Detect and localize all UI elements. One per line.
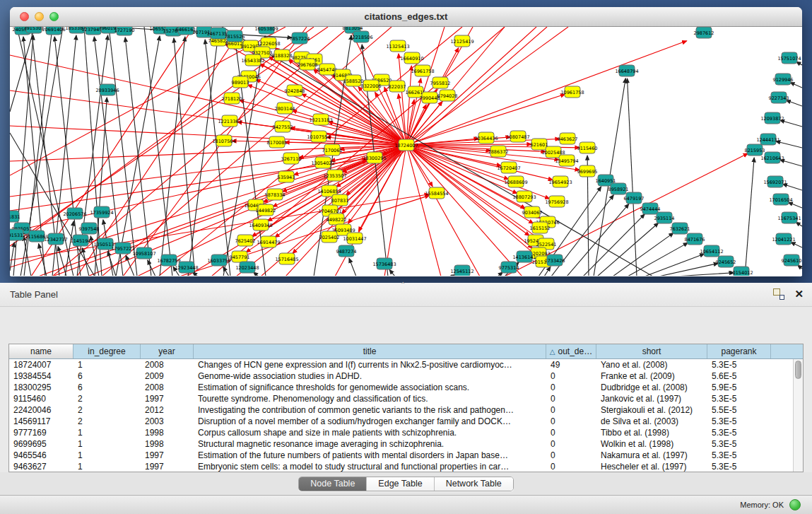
graph-node[interactable]: 12444131 xyxy=(756,134,779,145)
graph-node[interactable]: 9245610 xyxy=(782,255,802,266)
graph-node[interactable]: 9775314 xyxy=(499,262,519,273)
splitter-handle-icon[interactable]: ⌃ xyxy=(400,281,406,288)
graph-node[interactable]: 9115460 xyxy=(577,142,598,153)
graph-node[interactable]: 8170081 xyxy=(267,136,288,148)
table-row[interactable]: 946362711997Embryonic stem cells: a mode… xyxy=(9,461,803,472)
graph-node[interactable]: 2967608 xyxy=(298,59,318,70)
scrollbar-thumb[interactable] xyxy=(795,361,801,379)
graph-node[interactable]: 7025402 xyxy=(319,231,340,243)
graph-node[interactable]: 7815526 xyxy=(225,30,245,42)
graph-node[interactable]: 3915312 xyxy=(10,229,25,240)
column-header-short[interactable]: short xyxy=(596,344,707,358)
graph-node[interactable]: 2935114 xyxy=(654,212,675,223)
table-row[interactable]: 911546021997Tourette syndrome. Phenomeno… xyxy=(9,393,803,404)
network-graph-canvas[interactable]: 1132541316640910169617587955812158652082… xyxy=(10,27,802,276)
graph-node[interactable]: 7625402 xyxy=(235,235,256,246)
graph-node[interactable]: 7170061 xyxy=(322,144,343,156)
table-row[interactable]: 969969511998Structural magnetic resonanc… xyxy=(9,438,803,450)
graph-node[interactable]: 16640910 xyxy=(400,52,423,64)
graph-node[interactable]: 10654112 xyxy=(700,245,723,257)
graph-node[interactable]: 989013 xyxy=(232,76,249,88)
graph-node[interactable]: 8215953 xyxy=(745,144,765,156)
tab-network-table[interactable]: Network Table xyxy=(435,477,513,491)
graph-node[interactable]: 19654923 xyxy=(548,176,572,187)
graph-node[interactable]: 1727190 xyxy=(114,27,135,35)
table-row[interactable]: 1830029562008Estimation of significance … xyxy=(9,382,803,393)
column-header-pagerank[interactable]: pagerank xyxy=(707,344,771,358)
graph-node[interactable]: 7857224 xyxy=(290,33,310,44)
minimize-window-button[interactable] xyxy=(35,12,44,21)
graph-node[interactable]: 17016504 xyxy=(769,194,792,205)
graph-node[interactable]: 3267110 xyxy=(281,153,302,164)
table-row[interactable]: 1872400712008Changes of HCN gene express… xyxy=(9,359,803,370)
graph-node[interactable]: 535943 xyxy=(278,171,295,182)
graph-node[interactable]: 12023448 xyxy=(235,262,259,273)
graph-node[interactable]: 9034067 xyxy=(522,206,543,218)
tab-node-table[interactable]: Node Table xyxy=(299,477,367,491)
graph-node[interactable]: 9699695 xyxy=(577,165,598,177)
graph-node[interactable]: 17359924 xyxy=(90,206,113,218)
graph-node[interactable]: 16210643 xyxy=(760,152,784,163)
graph-node[interactable]: 6479197 xyxy=(624,192,645,204)
graph-node[interactable]: 3915301 xyxy=(24,27,45,33)
graph-node[interactable]: 8188328 xyxy=(272,49,293,61)
graph-node[interactable]: 12093872 xyxy=(760,112,784,124)
graph-node[interactable]: 12125419 xyxy=(450,35,473,47)
graph-node[interactable]: 5878334 xyxy=(265,189,286,200)
graph-node[interactable]: 9227343 xyxy=(769,92,789,103)
graph-node[interactable]: 11675341 xyxy=(777,212,801,223)
tab-edge-table[interactable]: Edge Table xyxy=(367,477,434,491)
graph-node[interactable]: 9242848 xyxy=(285,85,305,96)
graph-node[interactable]: 15751074 xyxy=(777,52,801,64)
column-header-name[interactable]: name xyxy=(9,344,73,358)
graph-node[interactable]: 7886372 xyxy=(488,146,509,157)
column-header-year[interactable]: year xyxy=(141,344,194,358)
float-window-icon[interactable] xyxy=(773,288,784,300)
graph-node[interactable]: 1145194 xyxy=(71,235,91,246)
column-header-title[interactable]: title xyxy=(194,344,546,358)
graph-node[interactable]: 8471676 xyxy=(685,233,705,245)
zoom-window-button[interactable] xyxy=(49,12,59,21)
graph-node[interactable]: 9487274 xyxy=(336,245,357,257)
graph-node[interactable]: 1615152 xyxy=(530,222,551,233)
graph-node[interactable]: 8958921 xyxy=(608,183,629,194)
graph-node[interactable]: 12545112 xyxy=(450,265,473,276)
graph-node[interactable]: 2718120 xyxy=(222,93,242,104)
table-row[interactable]: 977716911998Corpus callosum shape and si… xyxy=(9,427,803,438)
graph-node[interactable]: 16648794 xyxy=(615,65,638,76)
graph-node[interactable]: 4498222 xyxy=(326,214,347,225)
graph-node[interactable]: 9245652 xyxy=(716,256,736,267)
graph-node[interactable]: 10961758 xyxy=(560,86,584,98)
graph-node[interactable]: 16409348 xyxy=(249,219,272,230)
close-window-button[interactable] xyxy=(20,12,29,21)
network-window-titlebar[interactable]: citations_edges.txt xyxy=(10,7,802,27)
graph-node[interactable]: 15736483 xyxy=(372,258,396,269)
graph-node[interactable]: 16033759 xyxy=(207,255,230,266)
graph-node[interactable]: 1449822 xyxy=(256,204,276,216)
graph-node[interactable]: 15716485 xyxy=(275,253,298,264)
table-row[interactable]: 1456911722003Disruption of a novel membe… xyxy=(9,416,803,427)
graph-node[interactable]: 822037 xyxy=(389,81,406,92)
column-header-out_de[interactable]: △out_de… xyxy=(546,344,596,358)
column-header-in_degree[interactable]: in_degree xyxy=(73,344,141,358)
vertical-scrollbar[interactable] xyxy=(793,359,803,472)
graph-node[interactable]: 9397548 xyxy=(79,223,100,234)
graph-node[interactable]: 9463627 xyxy=(558,133,578,144)
graph-node[interactable]: 8427552 xyxy=(273,121,293,132)
graph-node[interactable]: 10958107 xyxy=(132,247,155,259)
graph-node[interactable]: 7955812 xyxy=(430,77,451,88)
graph-node[interactable]: 9457791 xyxy=(230,251,250,262)
graph-node[interactable]: 19756928 xyxy=(545,196,568,207)
graph-node[interactable]: 10154012 xyxy=(729,267,753,276)
table-row[interactable]: 2242004622012Investigating the contribut… xyxy=(9,404,803,416)
table-row[interactable]: 1938455462009Genome-wide association stu… xyxy=(9,370,803,382)
graph-node[interactable]: 20206576 xyxy=(63,208,86,219)
table-row[interactable]: 946554611997Estimation of the future num… xyxy=(9,450,803,461)
graph-node[interactable]: 7632621 xyxy=(670,223,690,234)
graph-node[interactable]: 10688609 xyxy=(504,176,527,187)
graph-node[interactable]: 991831 xyxy=(10,211,20,222)
graph-node[interactable]: 12213363 xyxy=(218,115,241,127)
graph-node[interactable]: 2803144 xyxy=(275,103,295,114)
graph-node[interactable]: 16961758 xyxy=(411,65,434,76)
close-icon[interactable]: ✕ xyxy=(794,288,804,300)
